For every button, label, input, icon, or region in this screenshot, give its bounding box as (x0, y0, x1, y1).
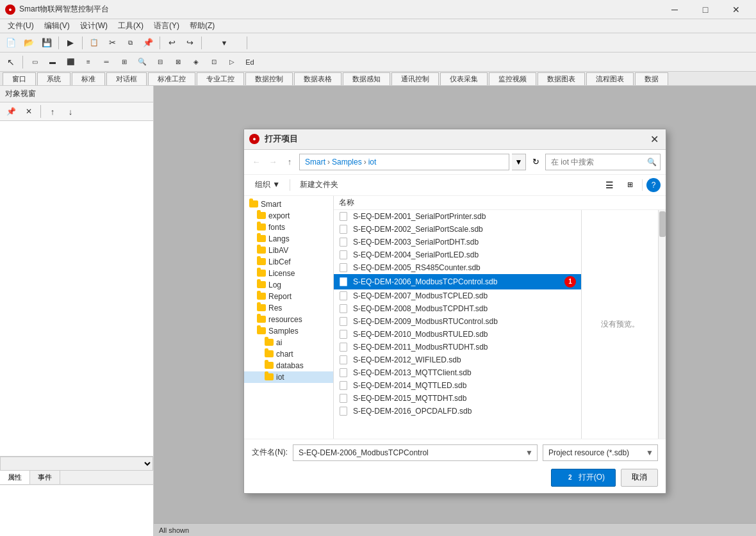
file-item[interactable]: S-EQ-DEM-2003_SerialPortDHT.sdb (334, 236, 581, 248)
menu-tools[interactable]: 工具(X) (113, 19, 149, 33)
lp-tb-up[interactable]: ↑ (44, 104, 61, 119)
nav-up-button[interactable]: ↑ (283, 155, 297, 169)
tree-item-libav[interactable]: LibAV (244, 245, 333, 256)
tb-copy2[interactable]: ⧉ (122, 35, 138, 51)
lp-dropdown[interactable] (0, 457, 153, 471)
maximize-button[interactable]: □ (691, 0, 720, 19)
tab-monitor-video[interactable]: 监控视频 (489, 72, 536, 85)
tab-window[interactable]: 窗口 (3, 72, 36, 85)
lp-tb-btn1[interactable]: 📌 (3, 104, 19, 119)
tree-item-databas[interactable]: databas (244, 360, 333, 371)
tree-item-samples[interactable]: Samples (244, 325, 333, 337)
file-item[interactable]: S-EQ-DEM-2014_MQTTLED.sdb (334, 379, 581, 392)
lp-tb-down[interactable]: ↓ (62, 104, 79, 119)
minimize-button[interactable]: ─ (660, 0, 689, 19)
file-item[interactable]: S-EQ-DEM-2016_OPCDALFD.sdb (334, 405, 581, 418)
nav-forward-button[interactable]: → (266, 155, 280, 169)
tab-system[interactable]: 系统 (37, 72, 70, 85)
tb-new[interactable]: 📄 (3, 35, 19, 51)
new-folder-button[interactable]: 新建文件夹 (294, 177, 344, 193)
addr-part-samples[interactable]: Samples (332, 158, 362, 166)
tab-inst-collect[interactable]: 仪表采集 (440, 72, 488, 85)
nav-back-button[interactable]: ← (249, 155, 263, 169)
search-input[interactable] (545, 154, 661, 170)
tb2-cursor[interactable]: ↖ (3, 54, 19, 70)
file-item[interactable]: S-EQ-DEM-2013_MQTTClient.sdb (334, 366, 581, 379)
tb2-b1[interactable]: ▭ (26, 54, 43, 70)
view-list-button[interactable]: ☰ (601, 177, 618, 193)
tree-item-libcef[interactable]: LibCef (244, 256, 333, 268)
tab-comm-ctrl[interactable]: 通讯控制 (391, 72, 439, 85)
help-button[interactable]: ? (646, 178, 661, 192)
tree-item-smart[interactable]: Smart (244, 199, 333, 210)
dialog-close-button[interactable]: ✕ (648, 133, 661, 145)
tb-redo[interactable]: ↪ (181, 35, 198, 51)
tb-combo-btn[interactable]: ▼ (205, 35, 243, 51)
addr-part-smart[interactable]: Smart (305, 158, 325, 166)
lp-tab-events[interactable]: 事件 (30, 471, 60, 484)
tb2-b12[interactable]: Ed (242, 54, 258, 70)
tree-item-langs[interactable]: Langs (244, 233, 333, 245)
tb2-b5[interactable]: ═ (98, 54, 115, 70)
filename-dropdown-btn[interactable]: ▼ (522, 448, 537, 457)
tb-paste[interactable]: 📌 (140, 35, 156, 51)
tab-data-table[interactable]: 数据表格 (294, 72, 341, 85)
file-item[interactable]: S-EQ-DEM-2006_ModbusTCPControl.sdb1 (334, 274, 581, 289)
tb2-b2[interactable]: ▬ (44, 54, 61, 70)
tb2-search[interactable]: 🔍 (134, 54, 151, 70)
tab-pro-ctrl[interactable]: 专业工控 (197, 72, 244, 85)
addr-dropdown-btn[interactable]: ▼ (512, 154, 526, 170)
file-item[interactable]: S-EQ-DEM-2005_RS485Counter.sdb (334, 261, 581, 274)
tb-open[interactable]: 📂 (21, 35, 37, 51)
file-item[interactable]: S-EQ-DEM-2009_ModbusRTUControl.sdb (334, 315, 581, 328)
tab-std-ctrl[interactable]: 标准工控 (148, 72, 195, 85)
menu-design[interactable]: 设计(W) (75, 19, 113, 33)
view-details-button[interactable]: ⊞ (621, 177, 638, 193)
tb2-b4[interactable]: ≡ (80, 54, 97, 70)
tree-item-fonts[interactable]: fonts (244, 222, 333, 233)
file-item[interactable]: S-EQ-DEM-2010_ModbusRTULED.sdb (334, 328, 581, 341)
tb-copy1[interactable]: 📋 (86, 35, 103, 51)
tree-item-resources[interactable]: resources (244, 314, 333, 325)
close-button[interactable]: ✕ (721, 0, 751, 19)
tree-item-ai[interactable]: ai (244, 337, 333, 348)
menu-edit[interactable]: 编辑(V) (39, 19, 75, 33)
tb-cut[interactable]: ✂ (104, 35, 120, 51)
tab-flow-chart[interactable]: 流程图表 (586, 72, 634, 85)
addr-part-iot[interactable]: iot (368, 158, 377, 166)
tb-play[interactable]: ▶ (62, 35, 79, 51)
lp-tb-btn2[interactable]: ✕ (21, 104, 37, 119)
tb2-b3[interactable]: ⬛ (62, 54, 79, 70)
tb2-b7[interactable]: ⊟ (152, 54, 168, 70)
tree-item-report[interactable]: Report (244, 291, 333, 302)
menu-help[interactable]: 帮助(Z) (185, 19, 220, 33)
tab-data-ctrl[interactable]: 数据控制 (245, 72, 293, 85)
tree-item-res[interactable]: Res (244, 302, 333, 314)
addr-refresh-button[interactable]: ↻ (529, 155, 543, 169)
file-item[interactable]: S-EQ-DEM-2002_SerialPortScale.sdb (334, 223, 581, 236)
tree-item-license[interactable]: License (244, 268, 333, 279)
tree-item-iot[interactable]: iot (244, 371, 333, 383)
cancel-button[interactable]: 取消 (621, 469, 658, 487)
tab-standard[interactable]: 标准 (72, 72, 105, 85)
address-path[interactable]: Smart › Samples › iot (299, 154, 509, 170)
file-item[interactable]: S-EQ-DEM-2001_SerialPortPrinter.sdb (334, 210, 581, 223)
tb2-b8[interactable]: ⊠ (170, 54, 186, 70)
tb-save[interactable]: 💾 (38, 35, 55, 51)
open-button[interactable]: 2 打开(O) (551, 469, 616, 487)
tab-data-extra[interactable]: 数据 (635, 72, 668, 85)
file-item[interactable]: S-EQ-DEM-2004_SerialPortLED.sdb (334, 248, 581, 261)
tab-data-chart[interactable]: 数据图表 (538, 72, 585, 85)
menu-language[interactable]: 语言(Y) (149, 19, 185, 33)
file-item[interactable]: S-EQ-DEM-2012_WIFILED.sdb (334, 353, 581, 366)
tree-item-export[interactable]: export (244, 210, 333, 222)
tb-undo[interactable]: ↩ (163, 35, 180, 51)
files-scrollbar[interactable] (658, 210, 666, 439)
tb2-b6[interactable]: ⊞ (116, 54, 133, 70)
lp-tab-properties[interactable]: 属性 (0, 471, 30, 484)
file-item[interactable]: S-EQ-DEM-2015_MQTTDHT.sdb (334, 392, 581, 405)
file-item[interactable]: S-EQ-DEM-2007_ModbusTCPLED.sdb (334, 289, 581, 302)
organize-button[interactable]: 组织 ▼ (249, 177, 286, 193)
file-item[interactable]: S-EQ-DEM-2008_ModbusTCPDHT.sdb (334, 302, 581, 315)
menu-file[interactable]: 文件(U) (3, 19, 39, 33)
